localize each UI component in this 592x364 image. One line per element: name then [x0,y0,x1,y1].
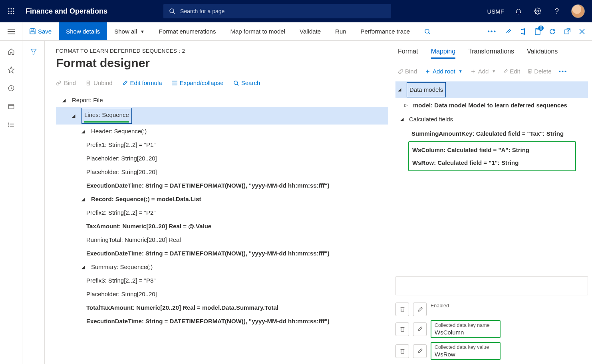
expand-arrow-icon[interactable]: ◢ [81,195,85,204]
mapping-node-calcfields[interactable]: ◢Calculated fields [395,112,588,127]
mapping-node-wscolumn[interactable]: WsColumn: Calculated field = "A": String [412,144,572,156]
close-icon[interactable] [579,29,585,34]
tree-node-summary[interactable]: ◢Summary: Sequence(;) [56,260,388,274]
edit-icon-button[interactable] [413,344,427,358]
main-area: FORMAT TO LEARN DEFERRED SEQUENCES : 2 F… [0,41,592,364]
tree-label: TaxAmount: Numeric[20..20] Real = @.Valu… [86,220,211,232]
empty-slot [395,276,588,295]
delete-icon-button[interactable] [395,344,409,358]
expand-arrow-icon[interactable]: ◢ [398,85,402,94]
run-button[interactable]: Run [328,22,354,40]
expand-arrow-icon[interactable]: ◢ [81,127,85,136]
tree-node-record[interactable]: ◢Record: Sequence(;) = model.Data.List [56,192,388,206]
tab-format[interactable]: Format [398,48,418,59]
svg-rect-36 [87,81,90,85]
tree-node-prefix2[interactable]: Prefix2: String[2..2] = "P2" [56,206,388,220]
unbind-button: Unbind [85,79,113,86]
recent-clock-icon[interactable] [8,85,15,92]
bell-icon[interactable] [514,6,523,16]
filter-funnel-icon[interactable] [30,48,37,364]
attach-icon[interactable] [505,28,512,35]
expand-arrow-icon[interactable]: ◢ [400,115,404,124]
find-button[interactable] [417,22,438,40]
tree-node-execdate3[interactable]: ExecutionDateTime: String = DATETIMEFORM… [56,315,388,328]
enabled-field[interactable]: Enabled [431,303,588,316]
delete-icon-button[interactable] [395,322,409,336]
keyname-field[interactable]: Collected data key name WsColumn [431,320,501,338]
refresh-icon[interactable] [549,28,556,35]
mapping-node-datamodels[interactable]: ◢Data models [395,81,588,98]
edit-icon-button[interactable] [413,303,427,316]
bind-button: Bind [56,79,76,86]
validate-button[interactable]: Validate [292,22,328,40]
tree-node-prefix3[interactable]: Prefix3: String[2..2] = "P3" [56,274,388,287]
edit-formula-button[interactable]: Edit formula [122,79,162,86]
save-button[interactable]: Save [22,22,59,40]
expand-arrow-icon[interactable]: ◢ [62,96,66,105]
keyvalue-field[interactable]: Collected data key value WsRow [431,342,501,360]
more-icon[interactable]: ••• [487,28,497,35]
tree-label: ExecutionDateTime: String = DATETIMEFORM… [86,180,330,192]
expand-collapse-button[interactable]: Expand/collapse [172,79,224,86]
expand-arrow-icon[interactable]: ◢ [81,263,85,271]
tree-node-runningtotal[interactable]: RunningTotal: Numeric[20..20] Real [56,233,388,247]
tree-node-placeholder3[interactable]: Placeholder: String[20..20] [56,287,388,301]
modules-list-icon[interactable] [8,121,15,129]
tree-label: Prefix3: String[2..2] = "P3" [86,275,156,287]
properties-panel: Enabled Collected data key name WsColumn [395,272,588,364]
mapping-node-summing[interactable]: SummingAmountKey: Calculated field = "Ta… [395,127,588,141]
favorites-star-icon[interactable] [8,66,15,73]
workspaces-icon[interactable] [8,103,15,110]
expand-arrow-icon[interactable]: ◢ [72,111,76,120]
edit-icon-button[interactable] [413,322,427,336]
tree-node-totaltax[interactable]: TotalTaxAmount: Numeric[20..20] Real = m… [56,301,388,315]
global-search-input[interactable]: Search for a page [163,4,391,18]
tree-node-lines[interactable]: ◢Lines: Sequence [56,107,388,125]
tree-node-execdate1[interactable]: ExecutionDateTime: String = DATETIMEFORM… [56,179,388,192]
clipboard-icon[interactable]: 0 [535,28,540,35]
search-button[interactable]: Search [233,79,260,86]
tree-label: Data models [407,82,446,97]
tree-node-taxamount[interactable]: TaxAmount: Numeric[20..20] Real = @.Valu… [56,220,388,233]
tree-node-report[interactable]: ◢Report: File [56,93,388,107]
add-root-button[interactable]: ＋ Add root ▼ [424,67,463,76]
office-icon[interactable] [520,28,526,35]
show-all-button[interactable]: Show all▼ [107,22,152,40]
delete-label: Delete [534,68,551,75]
help-icon[interactable]: ? [552,6,562,16]
tree-node-placeholder2[interactable]: Placeholder: String[20..20] [56,165,388,179]
format-enumerations-button[interactable]: Format enumerations [152,22,223,40]
svg-marker-25 [8,67,14,73]
tree-node-execdate2[interactable]: ExecutionDateTime: String = DATETIMEFORM… [56,247,388,260]
svg-point-4 [10,10,12,12]
svg-point-6 [8,13,9,14]
tree-node-header[interactable]: ◢Header: Sequence(;) [56,125,388,138]
legal-entity-label[interactable]: USMF [487,8,505,15]
tab-mapping[interactable]: Mapping [431,48,455,59]
settings-gear-icon[interactable] [533,6,542,16]
mapping-bind-button: Bind [398,68,417,75]
mapping-node-wsrow[interactable]: WsRow: Calculated field = "1": String [412,156,572,169]
unbind-label: Unbind [93,79,113,86]
show-details-button[interactable]: Show details [59,22,107,40]
popout-icon[interactable] [564,28,570,34]
tree-node-prefix1[interactable]: Prefix1: String[2..2] = "P1" [56,138,388,152]
more-button[interactable]: ••• [558,68,567,75]
tree-node-placeholder1[interactable]: Placeholder: String[20..20] [56,152,388,165]
app-launcher-icon[interactable] [0,8,22,14]
user-avatar[interactable] [571,4,585,18]
keyvalue-value: WsRow [435,350,497,358]
home-icon[interactable] [8,48,15,55]
left-nav-rail [0,41,22,364]
tab-transformations[interactable]: Transformations [468,48,514,59]
plus-icon: ＋ [470,67,477,76]
tree-label: WsRow: Calculated field = "1": String [412,156,518,169]
tab-validations[interactable]: Validations [527,48,558,59]
mapping-node-model[interactable]: ▷model: Data model Model to learn deferr… [395,98,588,113]
map-format-button[interactable]: Map format to model [223,22,292,40]
svg-line-19 [429,33,430,34]
collapse-arrow-icon[interactable]: ▷ [404,101,408,110]
performance-trace-button[interactable]: Performance trace [354,22,417,40]
nav-toggle-icon[interactable] [0,22,22,40]
delete-icon-button[interactable] [395,303,409,316]
